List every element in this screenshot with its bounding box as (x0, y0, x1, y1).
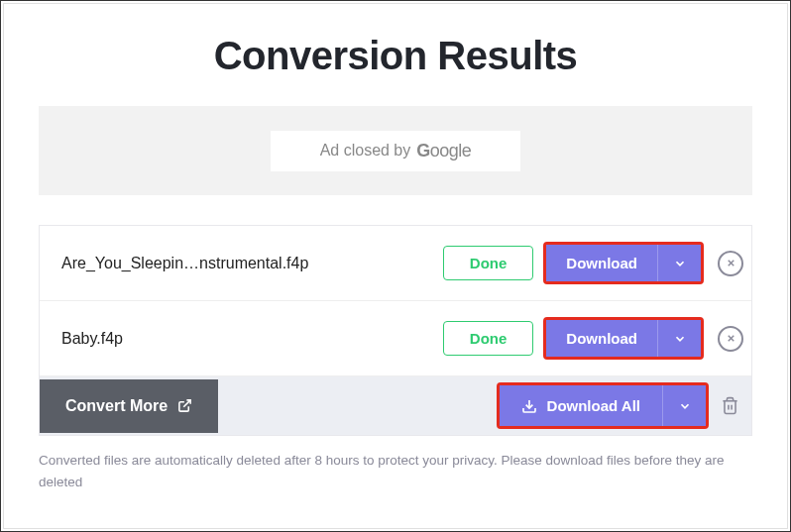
chevron-down-icon (673, 332, 687, 346)
download-all-group: Download All (497, 382, 709, 429)
results-card: Are_You_Sleepin…nstrumental.f4p Done Dow… (39, 225, 752, 436)
status-badge: Done (443, 321, 534, 356)
chevron-down-icon (673, 257, 687, 270)
download-options-button[interactable] (657, 245, 701, 281)
filename: Are_You_Sleepin…nstrumental.f4p (61, 255, 433, 272)
download-options-button[interactable] (657, 320, 701, 357)
convert-more-button[interactable]: Convert More (40, 379, 218, 433)
remove-file-button[interactable] (718, 326, 743, 352)
ad-banner: Ad closed by Google (39, 106, 752, 195)
download-all-label: Download All (547, 397, 640, 414)
page-title: Conversion Results (4, 34, 787, 78)
delete-all-button[interactable] (717, 388, 751, 423)
download-button[interactable]: Download (546, 245, 657, 281)
file-row: Baby.f4p Done Download (40, 301, 751, 376)
privacy-note: Converted files are automatically delete… (39, 450, 752, 492)
file-row: Are_You_Sleepin…nstrumental.f4p Done Dow… (40, 226, 751, 301)
chevron-down-icon (678, 399, 692, 413)
convert-more-label: Convert More (65, 397, 168, 415)
close-icon (726, 333, 736, 344)
status-badge: Done (443, 246, 534, 280)
svg-line-4 (183, 400, 190, 407)
ad-closed-notice: Ad closed by Google (271, 131, 521, 171)
download-icon (521, 398, 537, 414)
download-button[interactable]: Download (546, 320, 657, 357)
download-group: Download (543, 242, 704, 284)
google-logo: Google (416, 141, 471, 161)
download-all-button[interactable]: Download All (500, 385, 662, 426)
download-group: Download (543, 317, 704, 360)
remove-file-button[interactable] (718, 251, 743, 276)
footer-row: Convert More Download All (40, 376, 751, 435)
download-all-options-button[interactable] (662, 385, 706, 426)
external-link-icon (177, 398, 192, 413)
ad-text: Ad closed by (320, 142, 411, 160)
filename: Baby.f4p (61, 330, 433, 348)
trash-icon (721, 396, 739, 415)
close-icon (726, 258, 736, 268)
